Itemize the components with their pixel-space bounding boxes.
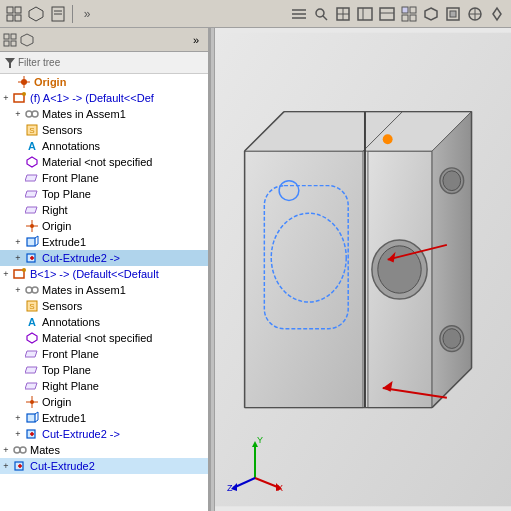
svg-marker-65 [27, 333, 37, 343]
tree-item-material-b[interactable]: Material <not specified [0, 330, 208, 346]
tree-item-a1[interactable]: + (f) A<1> -> (Default<<Def [0, 90, 208, 106]
tree-item-right-plane-b[interactable]: Right Plane [0, 378, 208, 394]
right-plane-b-icon [24, 378, 40, 394]
tree-item-extrude1-a[interactable]: + Extrude1 [0, 234, 208, 250]
expand-b1[interactable]: + [0, 268, 12, 280]
view3-btn[interactable] [377, 4, 397, 24]
feature-tree-panel: » Filter tree Orig [0, 28, 210, 511]
part-btn[interactable] [26, 4, 46, 24]
expand-extrude1-b[interactable]: + [12, 412, 24, 424]
svg-marker-68 [25, 383, 37, 389]
expand-cut-extrude2-final[interactable]: + [0, 460, 12, 472]
tree-item-origin-a[interactable]: Origin [0, 218, 208, 234]
view1-btn[interactable] [333, 4, 353, 24]
tree-item-top-plane-a[interactable]: Top Plane [0, 186, 208, 202]
extrude1-b-icon [24, 410, 40, 426]
tree-container[interactable]: Origin + (f) A<1> -> (Default<<Def + [0, 74, 208, 511]
view4-btn[interactable] [399, 4, 419, 24]
svg-rect-3 [15, 15, 21, 21]
panel-expand-btn[interactable]: » [186, 30, 206, 50]
tree-item-front-plane-b[interactable]: Front Plane [0, 346, 208, 362]
svg-marker-4 [29, 7, 43, 21]
view2-btn[interactable] [355, 4, 375, 24]
tree-item-front-plane-a[interactable]: Front Plane [0, 170, 208, 186]
expand-material-a [12, 156, 24, 168]
origin-a-icon [24, 218, 40, 234]
expand-mates-b[interactable]: + [12, 284, 24, 296]
main-toolbar: » [0, 0, 511, 28]
tree-item-sensors-b[interactable]: S Sensors [0, 298, 208, 314]
origin-top-icon [16, 74, 32, 90]
tree-item-extrude1-b[interactable]: + Extrude1 [0, 410, 208, 426]
expand-mates-top[interactable]: + [0, 444, 12, 456]
align-btn[interactable] [289, 4, 309, 24]
expand-cut-extrude2-a[interactable]: + [12, 252, 24, 264]
svg-text:Z: Z [227, 483, 233, 493]
svg-point-41 [26, 111, 32, 117]
tree-item-cut-extrude2-b[interactable]: + Cut-Extrude2 -> [0, 426, 208, 442]
view5-btn[interactable] [421, 4, 441, 24]
assembly-btn[interactable] [4, 4, 24, 24]
drawing-btn[interactable] [48, 4, 68, 24]
svg-rect-72 [27, 414, 35, 422]
view7-btn[interactable] [465, 4, 485, 24]
svg-text:Y: Y [257, 435, 263, 445]
tree-item-right-plane-a[interactable]: Right [0, 202, 208, 218]
tree-item-sensors-a[interactable]: S Sensors [0, 122, 208, 138]
top-plane-b-icon [24, 362, 40, 378]
mates-a-label: Mates in Assem1 [40, 108, 126, 120]
cut-extrude2-final-label: Cut-Extrude2 [28, 460, 95, 472]
svg-marker-35 [5, 58, 15, 68]
sensors-b-icon: S [24, 298, 40, 314]
zoom-btn[interactable] [311, 4, 331, 24]
svg-marker-67 [25, 367, 37, 373]
tree-item-origin-b[interactable]: Origin [0, 394, 208, 410]
svg-point-60 [22, 268, 26, 272]
expand-origin-top[interactable] [4, 76, 16, 88]
tree-item-b1[interactable]: + B<1> -> (Default<<Default [0, 266, 208, 282]
expand-mates-a[interactable]: + [12, 108, 24, 120]
cut-extrude2-a-label: Cut-Extrude2 -> [40, 252, 120, 264]
svg-marker-34 [21, 34, 33, 46]
cut-extrude2-final-icon [12, 458, 28, 474]
expand-sensors-b [12, 300, 24, 312]
extrude1-a-icon [24, 234, 40, 250]
a1-label: (f) A<1> -> (Default<<Def [28, 92, 154, 104]
tree-item-mates-a[interactable]: + Mates in Assem1 [0, 106, 208, 122]
expand-right-plane-a [12, 204, 24, 216]
view8-btn[interactable] [487, 4, 507, 24]
tree-item-annotations-a[interactable]: A Annotations [0, 138, 208, 154]
panel-toolbar: » [0, 28, 208, 52]
svg-marker-46 [25, 175, 37, 181]
tree-item-annotations-b[interactable]: A Annotations [0, 314, 208, 330]
tree-item-cut-extrude2-final[interactable]: + Cut-Extrude2 [0, 458, 208, 474]
tree-item-cut-extrude2-a[interactable]: + Cut-Extrude2 -> [0, 250, 208, 266]
annotations-a-label: Annotations [40, 140, 100, 152]
mates-top-icon [12, 442, 28, 458]
svg-rect-52 [27, 238, 35, 246]
tree-item-material-a[interactable]: Material <not specified [0, 154, 208, 170]
tree-item-top-plane-b[interactable]: Top Plane [0, 362, 208, 378]
panel-btn-1[interactable] [2, 32, 18, 48]
expand-a1[interactable]: + [0, 92, 12, 104]
cut-extrude2-b-label: Cut-Extrude2 -> [40, 428, 120, 440]
expand-cut-extrude2-b[interactable]: + [12, 428, 24, 440]
b1-icon [12, 266, 28, 282]
svg-rect-0 [7, 7, 13, 13]
svg-point-61 [26, 287, 32, 293]
expand-btn[interactable]: » [77, 4, 97, 24]
view6-btn[interactable] [443, 4, 463, 24]
extrude1-a-label: Extrude1 [40, 236, 86, 248]
expand-origin-b [12, 396, 24, 408]
svg-text:X: X [277, 483, 283, 493]
mates-b-label: Mates in Assem1 [40, 284, 126, 296]
tree-item-mates-b[interactable]: + Mates in Assem1 [0, 282, 208, 298]
material-a-label: Material <not specified [40, 156, 152, 168]
tree-item-mates-top[interactable]: + Mates [0, 442, 208, 458]
tree-item-origin-top[interactable]: Origin [0, 74, 208, 90]
svg-point-40 [22, 92, 26, 96]
svg-point-79 [14, 447, 20, 453]
expand-extrude1-a[interactable]: + [12, 236, 24, 248]
viewport-3d[interactable]: Y X Z [215, 28, 511, 511]
panel-btn-2[interactable] [19, 32, 35, 48]
